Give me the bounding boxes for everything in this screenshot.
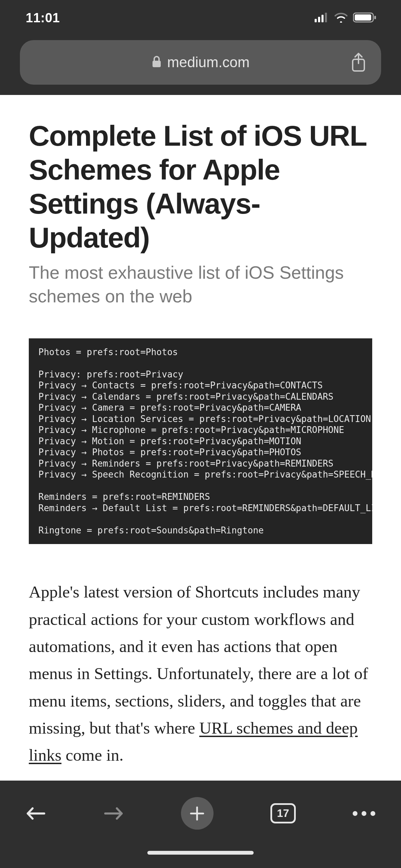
status-time: 11:01 [26, 11, 60, 25]
svg-rect-2 [321, 15, 324, 22]
tabs-button[interactable]: 17 [270, 803, 296, 823]
back-button[interactable] [26, 805, 46, 822]
svg-rect-6 [374, 16, 376, 19]
status-indicators [315, 12, 377, 24]
wifi-icon [334, 12, 348, 24]
battery-icon [353, 12, 377, 24]
code-block: Photos = prefs:root=Photos Privacy: pref… [29, 338, 372, 544]
body-text-before: Apple's latest version of Shortcuts incl… [29, 582, 368, 737]
svg-rect-1 [318, 17, 320, 22]
new-tab-button[interactable] [181, 797, 214, 830]
article-paragraph: Apple's latest version of Shortcuts incl… [29, 578, 372, 769]
status-bar: 11:01 [0, 0, 401, 36]
svg-rect-5 [355, 14, 371, 21]
ellipsis-icon [353, 811, 375, 816]
svg-rect-7 [153, 61, 161, 67]
lock-icon [151, 56, 162, 69]
home-indicator[interactable] [147, 851, 254, 855]
share-button[interactable] [350, 52, 367, 72]
page-content[interactable]: Complete List of iOS URL Schemes for App… [0, 95, 401, 781]
svg-rect-3 [325, 13, 327, 22]
tab-count-badge: 17 [270, 803, 296, 823]
url-domain: medium.com [167, 54, 250, 71]
browser-toolbar: 17 [0, 781, 401, 844]
browser-chrome-top: medium.com [0, 36, 401, 95]
cellular-icon [315, 13, 329, 24]
menu-button[interactable] [353, 811, 375, 816]
body-text-after: come in. [61, 746, 123, 764]
address-bar[interactable]: medium.com [20, 40, 381, 85]
svg-rect-0 [315, 19, 317, 22]
forward-button[interactable] [103, 805, 124, 822]
home-indicator-area [0, 844, 401, 868]
article-title: Complete List of iOS URL Schemes for App… [29, 119, 372, 255]
article-subtitle: The most exhaustive list of iOS Settings… [29, 261, 372, 308]
